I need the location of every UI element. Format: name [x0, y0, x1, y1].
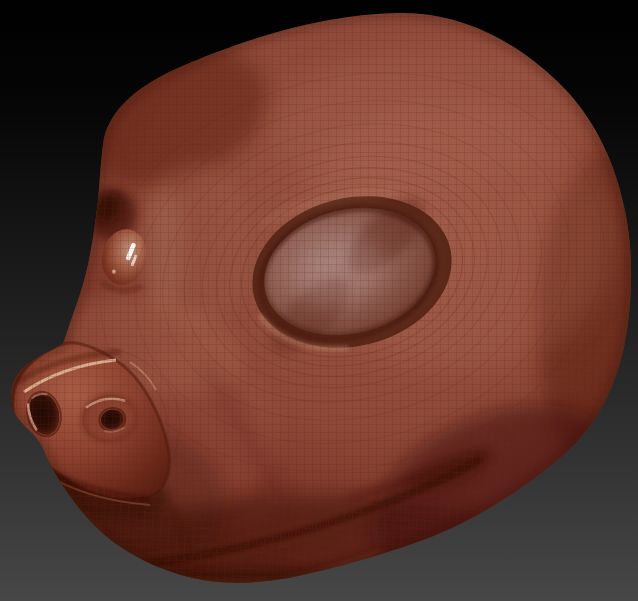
sculpt-viewport[interactable]: [0, 0, 638, 601]
viewport-canvas[interactable]: [0, 0, 638, 601]
